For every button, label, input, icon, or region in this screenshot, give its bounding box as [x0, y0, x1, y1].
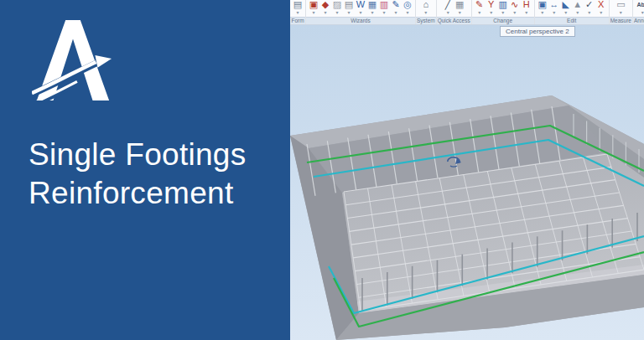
stamp-icon: ▣ [309, 0, 318, 10]
home-button[interactable]: ⌂▾ [420, 0, 432, 16]
title-line-1: Single Footings [29, 136, 247, 174]
dropdown-arrow-icon[interactable]: ▾ [394, 10, 397, 16]
hatch-icon: ▦ [455, 0, 464, 10]
globe-icon: ◎ [403, 0, 412, 10]
dropdown-arrow-icon[interactable]: ▾ [324, 10, 326, 16]
toolbar-group-change: ✎▾Y▾▥▾∿▾H▾Change [472, 0, 535, 24]
toolbar-group-form: ▤▾Form [290, 0, 306, 24]
word-export-button[interactable]: W▾ [355, 0, 366, 16]
toolbar-group-label: Change [472, 17, 534, 24]
modify-box-icon: ▥ [498, 0, 506, 10]
cone-button[interactable]: ▲▾ [572, 0, 584, 16]
toolbar-group-label: Measure [610, 17, 632, 24]
toolbar-group-edit: ▣▾↔▾◣▾▲▾✓▾X▾Edit [535, 0, 610, 24]
footing-slab [290, 95, 644, 340]
lift-icon: H [523, 0, 530, 10]
toolbar-group-label: Edit [535, 17, 609, 24]
dropdown-arrow-icon[interactable]: ▾ [620, 10, 622, 16]
edit-pencil-button[interactable]: ✎▾ [474, 0, 486, 16]
curve-button[interactable]: ∿▾ [509, 0, 521, 16]
dropdown-arrow-icon[interactable]: ▾ [641, 10, 644, 16]
stretch-icon: ↔ [549, 0, 558, 10]
ruler-button[interactable]: ▭▾ [615, 0, 626, 16]
screenshot-canvas: Single Footings Reinforcement ▤▾Form▣▾◆▾… [0, 0, 644, 340]
delete-icon: X [598, 0, 604, 10]
checklist-icon: ✓ [585, 0, 593, 10]
toolbar-group-annotations: Abc▾▣▾Annotations [633, 0, 644, 24]
dropdown-arrow-icon[interactable]: ▾ [382, 10, 385, 16]
dropdown-arrow-icon[interactable]: ▾ [347, 10, 350, 16]
report-button[interactable]: ▥▾ [378, 0, 390, 16]
pen-document-icon: ✎ [392, 0, 399, 10]
viewport-3d[interactable] [290, 25, 644, 340]
corner-button[interactable]: ◣▾ [560, 0, 572, 16]
clipboard-icon: ▤ [293, 0, 302, 10]
delete-button[interactable]: X▾ [595, 0, 607, 16]
dropdown-arrow-icon[interactable]: ▾ [588, 10, 590, 16]
toolbar-group-label: Wizards [306, 17, 415, 24]
checklist-button[interactable]: ✓▾ [584, 0, 595, 16]
report-icon: ▥ [380, 0, 388, 10]
viewport-scene [290, 25, 644, 340]
ink-bottle-button[interactable]: ◆▾ [319, 0, 331, 16]
dropdown-arrow-icon[interactable]: ▾ [490, 10, 492, 16]
dropdown-arrow-icon[interactable]: ▾ [478, 10, 480, 16]
stamp-button[interactable]: ▣▾ [308, 0, 319, 16]
dropdown-arrow-icon[interactable]: ▾ [513, 10, 516, 16]
toolbar-group-label: Quick Access [437, 17, 471, 24]
split-button[interactable]: Y▾ [486, 0, 497, 16]
hatch-button[interactable]: ▦▾ [454, 0, 465, 16]
toolbar-group-label: Form [290, 17, 305, 24]
toolbar-group-system: ⌂▾System [416, 0, 437, 24]
stretch-button[interactable]: ↔▾ [548, 0, 560, 16]
ruler-icon: ▭ [616, 0, 625, 10]
dropdown-arrow-icon[interactable]: ▾ [335, 10, 338, 16]
dropdown-arrow-icon[interactable]: ▾ [600, 10, 602, 16]
dropdown-arrow-icon[interactable]: ▾ [447, 10, 449, 16]
curve-icon: ∿ [511, 0, 518, 10]
toolbar-group-label: Annotations [633, 17, 644, 24]
dropdown-arrow-icon[interactable]: ▾ [501, 10, 504, 16]
dropdown-arrow-icon[interactable]: ▾ [296, 10, 299, 16]
toolbar-group-label: System [416, 17, 436, 24]
toolbar: ▤▾Form▣▾◆▾▨▾▤▾W▾▦▾▥▾✎▾◎▾Wizards⌂▾System╱… [290, 0, 644, 25]
dropdown-arrow-icon[interactable]: ▾ [406, 10, 408, 16]
pen-document-button[interactable]: ✎▾ [390, 0, 402, 16]
dropdown-arrow-icon[interactable]: ▾ [541, 10, 543, 16]
dropdown-arrow-icon[interactable]: ▾ [424, 10, 427, 16]
printer-button[interactable]: ▤▾ [343, 0, 355, 16]
allplan-logo [32, 18, 114, 100]
draw-line-button[interactable]: ╱▾ [442, 0, 454, 16]
text-abc-button[interactable]: Abc▾ [636, 0, 644, 16]
dropdown-arrow-icon[interactable]: ▾ [459, 10, 461, 16]
edit-pencil-icon: ✎ [475, 0, 483, 10]
cone-icon: ▲ [573, 0, 582, 10]
logo-arrow-head [95, 55, 112, 68]
dropdown-arrow-icon[interactable]: ▾ [576, 10, 579, 16]
layers-button[interactable]: ▦▾ [366, 0, 378, 16]
dropdown-arrow-icon[interactable]: ▾ [564, 10, 567, 16]
dropdown-arrow-icon[interactable]: ▾ [553, 10, 555, 16]
modify-box-button[interactable]: ▥▾ [497, 0, 509, 16]
text-abc-icon: Abc [637, 0, 644, 10]
corner-icon: ◣ [562, 0, 569, 10]
title-line-2: Reinforcement [29, 174, 247, 213]
dropdown-arrow-icon[interactable]: ▾ [525, 10, 527, 16]
dropdown-arrow-icon[interactable]: ▾ [371, 10, 373, 16]
eraser-button[interactable]: ▨▾ [331, 0, 343, 16]
copy-button[interactable]: ▣▾ [537, 0, 548, 16]
lift-button[interactable]: H▾ [521, 0, 532, 16]
printer-icon: ▤ [345, 0, 353, 10]
clipboard-button[interactable]: ▤▾ [292, 0, 304, 16]
draw-line-icon: ╱ [445, 0, 451, 10]
cad-application-pane: ▤▾Form▣▾◆▾▨▾▤▾W▾▦▾▥▾✎▾◎▾Wizards⌂▾System╱… [290, 0, 644, 340]
word-export-icon: W [356, 0, 365, 10]
split-icon: Y [488, 0, 494, 10]
dropdown-arrow-icon[interactable]: ▾ [312, 10, 314, 16]
dropdown-arrow-icon[interactable]: ▾ [359, 10, 361, 16]
title-panel: Single Footings Reinforcement [0, 0, 290, 340]
copy-icon: ▣ [538, 0, 546, 10]
toolbar-group-measure: ▭▾Measure [610, 0, 633, 24]
home-icon: ⌂ [423, 0, 429, 10]
globe-button[interactable]: ◎▾ [402, 0, 413, 16]
